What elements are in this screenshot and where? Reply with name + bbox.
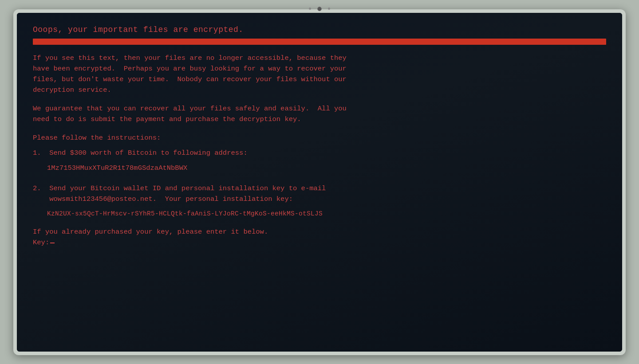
- enter-prompt: If you already purchased your key, pleas…: [33, 227, 606, 237]
- webcam-bar: [309, 7, 330, 11]
- monitor: Ooops, your important files are encrypte…: [13, 9, 626, 355]
- red-bar: [33, 39, 606, 45]
- monitor-screen: Ooops, your important files are encrypte…: [17, 13, 622, 352]
- ransomware-screen: Ooops, your important files are encrypte…: [17, 13, 622, 352]
- webcam-dot-left: [309, 8, 311, 10]
- instructions-label: Please follow the instructions:: [33, 133, 606, 143]
- paragraph2: We guarantee that you can recover all yo…: [33, 103, 606, 125]
- webcam-camera: [317, 7, 322, 11]
- key-label: Key:: [33, 237, 49, 248]
- step2-label: 2. Send your Bitcoin wallet ID and perso…: [33, 183, 606, 204]
- key-prompt-line[interactable]: Key:: [33, 237, 606, 248]
- paragraph1: If you see this text, then your files ar…: [33, 53, 606, 95]
- title-line: Ooops, your important files are encrypte…: [33, 25, 606, 34]
- btc-address: 1Mz7153HMuxXTuR2R1t78mGSdzaAtNbBWX: [47, 163, 606, 173]
- personal-key: KzN2UX-sx5QcT-HrMscv-rSYhR5-HCLQtk-faAni…: [47, 209, 606, 219]
- webcam-dot-right: [328, 8, 330, 10]
- content-block: If you see this text, then your files ar…: [33, 53, 606, 248]
- cursor: [50, 243, 55, 243]
- step1-label: 1. Send $300 worth of Bitcoin to followi…: [33, 148, 606, 158]
